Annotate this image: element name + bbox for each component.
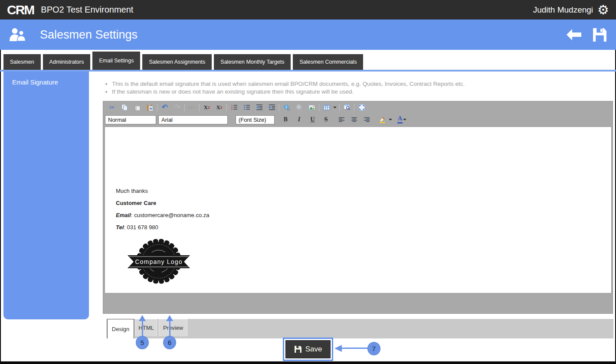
page-header: Salesmen Settings [0,20,616,50]
view-tab-preview[interactable]: Preview [159,319,187,336]
save-button[interactable]: Save [285,340,331,358]
toolbar-separator [226,104,227,111]
signature-editor: ✂ W ↶ ↷ ab✓ X2 X2 123 [103,101,613,314]
callout5-arrowhead [139,315,146,321]
indent-icon[interactable] [265,103,278,112]
save-button-label: Save [305,345,322,354]
callout7-badge: 7 [367,342,380,355]
table-dropdown-caret-icon[interactable] [333,107,337,108]
editor-toolbar-row2: Normal Arial (Font Size) B I U S A [103,113,613,126]
superscript-icon[interactable]: X2 [200,103,213,112]
callout5-badge: 5 [136,336,149,349]
tab-underline [0,70,616,72]
cut-icon[interactable]: ✂ [106,103,118,112]
gear-icon[interactable]: ⚙ [597,3,609,16]
tab-administrators[interactable]: Administrators [43,54,91,70]
insert-image-icon[interactable] [305,103,318,112]
paste-from-word-icon[interactable]: W [144,103,156,112]
signature-edit-area[interactable]: Much thanks Customer Care Email: custome… [105,127,612,293]
tab-salesmen-commercials[interactable]: Salesmen Commercials [293,54,363,70]
tab-salesmen-monthly-targets[interactable]: Salesmen Monthly Targets [214,54,291,70]
toolbar-separator [279,104,279,111]
save-disk-icon[interactable] [592,27,607,42]
toolbar-separator [319,104,319,111]
spell-check-icon[interactable]: ab✓ [186,103,198,112]
tab-email-settings[interactable]: Email Settings [92,52,140,70]
callout6-arrowhead [166,315,173,321]
callout7-line [342,348,368,349]
redo-icon[interactable]: ↷ [171,103,183,112]
undo-icon[interactable]: ↶ [158,103,171,112]
strikethrough-icon[interactable]: S [319,116,333,123]
toolbar-separator [339,104,340,111]
bullet-list-icon[interactable] [240,103,253,112]
page-title: Salesmen Settings [40,28,138,42]
view-tab-design[interactable]: Design [107,319,134,338]
toolbar-separator [199,104,200,111]
subscript-icon[interactable]: X2 [213,103,226,112]
callout7-arrowhead [334,345,342,352]
callout6-badge: 6 [163,336,176,349]
editor-view-tabs: Design HTML Preview [106,319,613,338]
font-size-select[interactable]: (Font Size) [236,115,275,124]
copy-icon[interactable] [118,103,131,112]
italic-icon[interactable]: I [292,116,306,123]
view-tab-html[interactable]: HTML [135,319,157,336]
underline-icon[interactable]: U [306,116,319,123]
signature-line-thanks: Much thanks [116,188,210,194]
fullscreen-icon[interactable] [355,103,368,112]
tab-salesmen[interactable]: Salesmen [3,54,41,70]
toolbar-separator [157,104,157,111]
outdent-icon[interactable] [253,103,265,112]
font-color-icon[interactable]: A [397,116,403,124]
app-window: CRM BPO2 Test Environment Judith Mudzeng… [0,0,616,364]
instruction-line: If the salesman is new or does not have … [112,88,465,95]
insert-link-icon[interactable] [280,103,293,112]
callout5-line [142,321,143,336]
top-bar: CRM BPO2 Test Environment Judith Mudzeng… [0,0,616,20]
save-button-highlight: Save [283,338,333,361]
font-family-select[interactable]: Arial [158,115,228,124]
paragraph-style-select[interactable]: Normal [105,115,156,124]
logged-in-user: Judith Mudzengi [533,5,593,15]
insert-table-icon[interactable] [320,103,333,112]
signature-text: Much thanks Customer Care Email: custome… [116,188,210,236]
font-color-dropdown-caret-icon[interactable] [403,119,406,120]
remove-link-icon[interactable] [293,103,305,112]
crm-logo: CRM [7,3,34,16]
signature-line-email: Email: customercare@noname.co.za [116,212,210,218]
editor-toolbar-row1: ✂ W ↶ ↷ ab✓ X2 X2 123 [103,101,613,113]
sidebar: Email Signature [3,72,89,319]
environment-title: BPO2 Test Environment [41,5,133,15]
signature-line-name: Customer Care [116,200,210,206]
align-center-icon[interactable] [348,115,360,124]
back-arrow-icon[interactable] [566,29,582,41]
svg-text:W: W [149,107,153,110]
main-tab-bar: Salesmen Administrators Email Settings S… [3,52,363,70]
toolbar-separator [354,104,354,111]
toolbar-separator [184,104,185,111]
paste-icon[interactable] [131,103,144,112]
numbered-list-icon[interactable]: 123 [228,103,240,112]
save-floppy-icon [294,345,302,353]
salesmen-people-icon [9,27,27,42]
instructions-list: This is the default email signature that… [112,81,465,96]
instruction-line: This is the default email signature that… [112,81,465,88]
signature-line-tel: Tel: 031 678 980 [116,224,210,231]
company-logo-badge: Company Logo [125,237,193,288]
align-right-icon[interactable] [360,115,373,124]
highlight-color-icon[interactable] [376,115,388,124]
tab-salesmen-assignments[interactable]: Salesmen Assignments [142,54,212,70]
svg-text:3: 3 [231,108,233,110]
bold-icon[interactable]: B [279,116,292,123]
highlight-dropdown-caret-icon[interactable] [389,119,392,120]
sidebar-item-email-signature[interactable]: Email Signature [12,78,89,86]
align-left-icon[interactable] [335,115,348,124]
preview-find-icon[interactable] [341,103,353,112]
company-logo-text: Company Logo [135,258,182,265]
callout6-line [169,321,170,336]
